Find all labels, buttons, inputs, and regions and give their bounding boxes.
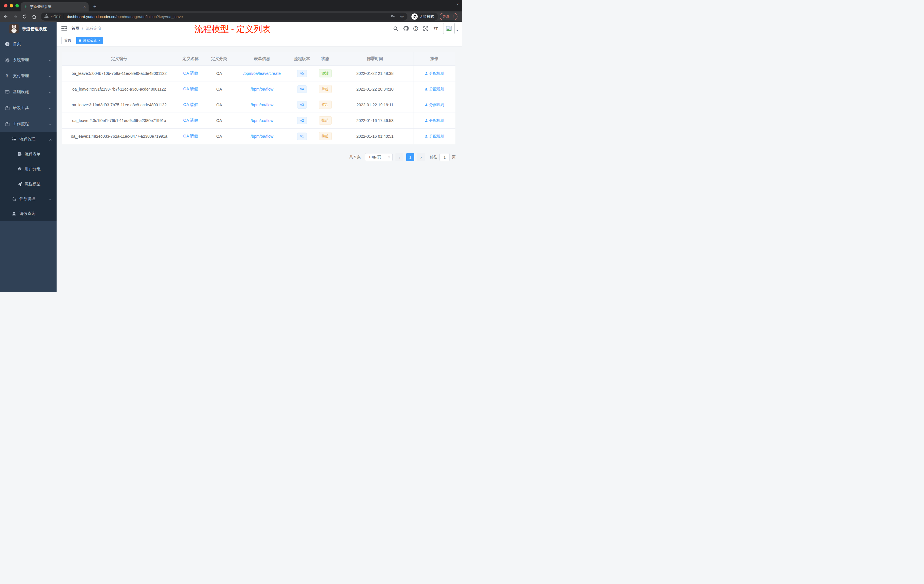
tab-close-icon[interactable]: × (83, 5, 86, 9)
main-panel: 首页 / 流程定义 流程模型 - 定义列表 ? TT (56, 22, 462, 292)
cell-definition-id: oa_leave:1:482ec033-762a-11ec-8477-a2380… (62, 128, 176, 144)
sidebar-item-home[interactable]: 首页 (0, 36, 56, 52)
assign-rule-button[interactable]: 分配规则 (424, 87, 444, 92)
definition-name-link[interactable]: OA 请假 (183, 71, 198, 76)
sidebar-item-process-mgmt[interactable]: 流程管理 (0, 132, 56, 147)
new-tab-button[interactable]: + (91, 3, 99, 11)
tag-close-icon[interactable]: × (99, 39, 100, 42)
bookmark-star-icon[interactable]: ☆ (400, 14, 404, 20)
page-unit-label: 页 (452, 155, 456, 160)
sidebar-logo[interactable]: 芋道管理系统 (0, 22, 56, 36)
sidebar-item-label: 请假查询 (20, 211, 35, 216)
table-row: oa_leave:3:1fad3d93-7b75-11ec-a3c8-acde4… (62, 97, 455, 112)
form-link[interactable]: /bpm/oa/leave/create (243, 71, 281, 76)
sidebar-toggle-icon[interactable] (61, 26, 67, 31)
browser-menu-dots-icon[interactable]: ⋮ (451, 15, 455, 18)
table-row: oa_leave:2:3c1f0ef1-76b1-11ec-9c66-a2380… (62, 112, 455, 128)
pagination-total: 共 5 条 (350, 155, 361, 160)
sidebar-item-system[interactable]: 系统管理 (0, 52, 56, 68)
definition-name-link[interactable]: OA 请假 (183, 102, 198, 107)
col-header-form: 表单信息 (233, 52, 290, 66)
cell-category: OA (205, 97, 233, 112)
sidebar-item-task-mgmt[interactable]: 任务管理 (0, 191, 56, 206)
omnibox-divider (64, 14, 64, 19)
status-badge: 激活 (319, 69, 332, 78)
definition-table: 定义编号 定义名称 定义分类 表单信息 流程版本 状态 部署时间 操作 oa_l… (62, 52, 455, 144)
org-tree-icon (12, 196, 16, 201)
sidebar-item-process-form[interactable]: 流程表单 (0, 147, 56, 162)
help-icon[interactable]: ? (411, 24, 420, 33)
fullscreen-icon[interactable] (421, 24, 430, 33)
sidebar-item-infra[interactable]: 基础设施 (0, 84, 56, 100)
assign-rule-button[interactable]: 分配规则 (424, 71, 444, 76)
sidebar-item-workflow[interactable]: 工作流程 (0, 116, 56, 132)
forward-button[interactable] (12, 13, 19, 20)
version-badge: v3 (297, 101, 307, 109)
search-icon[interactable] (391, 24, 400, 33)
browser-tab[interactable]: 芋道管理系统 × (21, 2, 89, 12)
avatar[interactable] (443, 23, 455, 34)
page-size-value: 10条/页 (369, 155, 381, 160)
col-header-status: 状态 (314, 52, 337, 66)
sidebar-item-label: 流程表单 (25, 152, 41, 157)
assign-rule-button[interactable]: 分配规则 (424, 134, 444, 139)
cell-deploy-time: 2022-01-22 19:19:11 (337, 97, 413, 112)
definition-name-link[interactable]: OA 请假 (183, 118, 198, 122)
tag-home[interactable]: 首页 (61, 37, 74, 44)
form-link[interactable]: /bpm/oa/flow (251, 134, 273, 139)
definition-name-link[interactable]: OA 请假 (183, 134, 198, 138)
status-badge: 挂起 (319, 132, 332, 140)
minimize-window-button[interactable] (10, 4, 13, 7)
maximize-window-button[interactable] (15, 4, 19, 7)
sidebar-item-label: 流程模型 (25, 181, 41, 186)
home-button[interactable] (30, 13, 38, 20)
page-size-select[interactable]: 10条/页 ˅ (365, 153, 393, 161)
browser-update-button[interactable]: 更新 ⋮ (440, 13, 457, 20)
table-row: oa_leave:5:004b710b-7b8a-11ec-8ef0-acde4… (62, 66, 455, 81)
prev-page-button[interactable]: ‹ (396, 153, 403, 161)
url-bar[interactable]: 不安全 dashboard.yudao.iocoder.cn/bpm/manag… (41, 13, 408, 21)
sidebar-item-payment[interactable]: ¥ 支付管理 (0, 68, 56, 84)
security-label[interactable]: 不安全 (50, 14, 61, 19)
next-page-button[interactable]: › (417, 153, 425, 161)
dashboard-icon (5, 41, 10, 46)
back-button[interactable] (2, 13, 10, 20)
sidebar-item-user-group[interactable]: 用户分组 (0, 162, 56, 177)
yen-icon: ¥ (5, 73, 10, 79)
goto-page-input[interactable] (439, 153, 450, 161)
definition-name-link[interactable]: OA 请假 (183, 87, 198, 91)
saved-passwords-key-icon[interactable] (391, 14, 396, 20)
version-badge: v5 (297, 70, 307, 77)
assign-rule-button[interactable]: 分配规则 (424, 102, 444, 107)
sidebar-item-label: 工作流程 (13, 121, 29, 127)
annotation-title: 流程模型 - 定义列表 (185, 23, 280, 35)
cell-category: OA (205, 112, 233, 128)
chevron-down-icon (49, 106, 52, 110)
tab-list-caret-icon[interactable]: ˅ (457, 2, 459, 6)
pagination: 共 5 条 10条/页 ˅ ‹ 1 › 前往 页 (56, 153, 456, 161)
form-link[interactable]: /bpm/oa/flow (251, 118, 273, 123)
reload-button[interactable] (21, 13, 28, 20)
version-badge: v1 (297, 133, 307, 140)
form-link[interactable]: /bpm/oa/flow (251, 87, 273, 91)
close-window-button[interactable] (4, 4, 7, 7)
cell-deploy-time: 2022-01-22 20:34:10 (337, 81, 413, 97)
cell-deploy-time: 2022-01-16 17:46:53 (337, 112, 413, 128)
font-size-icon[interactable]: TT (431, 24, 440, 33)
breadcrumb-home[interactable]: 首页 (71, 26, 79, 31)
github-icon[interactable] (401, 24, 410, 33)
sidebar-item-devtools[interactable]: 研发工具 (0, 100, 56, 116)
tag-process-definition[interactable]: 流程定义 × (76, 37, 103, 44)
sidebar-item-process-model[interactable]: 流程模型 (0, 177, 56, 191)
avatar-caret-icon[interactable]: ▾ (456, 28, 458, 32)
sidebar-item-label: 任务管理 (20, 196, 35, 201)
tab-title: 芋道管理系统 (30, 5, 83, 10)
tag-label: 流程定义 (83, 38, 97, 43)
page-number-current[interactable]: 1 (406, 153, 414, 161)
sidebar-item-leave-query[interactable]: 请假查询 (0, 206, 56, 221)
sidebar-item-label: 系统管理 (13, 58, 29, 63)
col-header-category: 定义分类 (205, 52, 233, 66)
assign-rule-button[interactable]: 分配规则 (424, 118, 444, 123)
form-link[interactable]: /bpm/oa/flow (251, 102, 273, 107)
briefcase-icon (5, 121, 10, 127)
